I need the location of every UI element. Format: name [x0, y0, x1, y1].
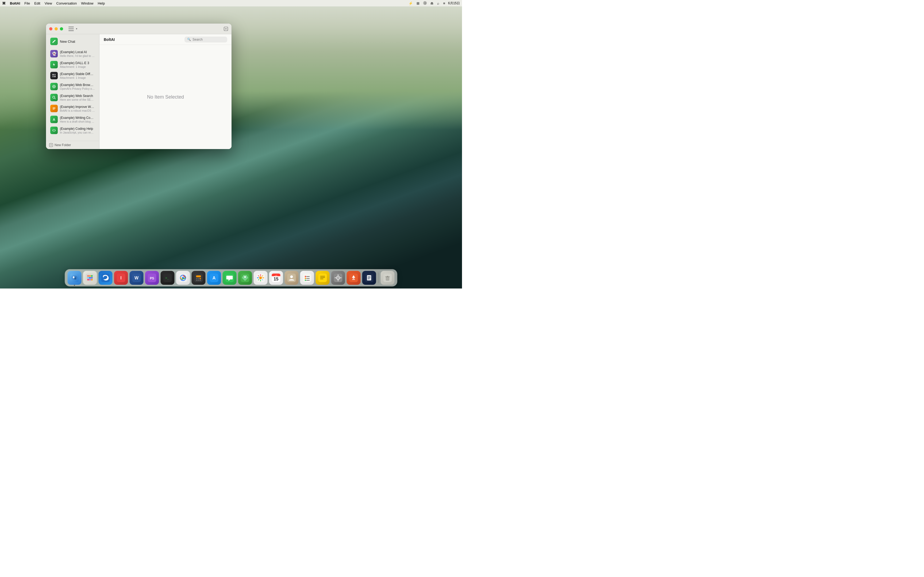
writing-content-text: (Example) Writing Content Here is a draf…: [60, 116, 95, 123]
coding-help-title: (Example) Coding Help: [60, 127, 95, 131]
dock-divider: [378, 272, 379, 283]
sidebar-item-improve-writing[interactable]: (Example) Improve Writing BoltAI is a ro…: [48, 103, 98, 114]
window-titlebar: ▾: [46, 24, 231, 34]
svg-point-26: [89, 277, 91, 279]
dock-phpstorm[interactable]: PS: [145, 271, 159, 285]
dock-reeder[interactable]: [347, 271, 361, 285]
dock-launchpad[interactable]: [83, 271, 97, 285]
sidebar: New Chat 👻 (Example) Local AI Hello ther…: [46, 34, 99, 149]
svg-rect-43: [194, 274, 203, 282]
local-ai-icon: 👻: [50, 50, 58, 57]
svg-point-28: [87, 279, 89, 280]
new-chat-icon-button[interactable]: [223, 26, 228, 31]
desktop: ⌘ BoltAI File Edit View Conversation Win…: [0, 0, 462, 288]
sidebar-item-web-browsing[interactable]: (Example) Web Browsing OpenAI's Privacy …: [48, 81, 98, 92]
file-menu[interactable]: File: [24, 2, 30, 5]
maximize-button[interactable]: [60, 27, 63, 31]
dock-reminders[interactable]: [300, 271, 314, 285]
sidebar-item-dalle3[interactable]: (Example) DALL·E 3 Attachment: 1 Image: [48, 59, 98, 70]
svg-rect-50: [200, 280, 201, 281]
no-item-selected-label: No Item Selected: [99, 45, 231, 149]
app-menu-name[interactable]: BoltAI: [10, 2, 20, 5]
apple-menu[interactable]: ⌘: [2, 2, 6, 5]
svg-point-73: [290, 276, 293, 278]
svg-text:6月: 6月: [275, 275, 277, 276]
sidebar-toggle-button[interactable]: [68, 27, 74, 31]
notification-icon[interactable]: ≡: [442, 2, 446, 5]
svg-point-27: [91, 277, 93, 279]
chevron-down-icon[interactable]: ▾: [76, 27, 77, 30]
stable-diffusion-icon: [50, 72, 58, 79]
svg-rect-44: [196, 276, 201, 277]
sidebar-item-coding-help[interactable]: (Example) Coding Help In JavaScript, you…: [48, 125, 98, 136]
sidebar-item-writing-content[interactable]: A (Example) Writing Content Here is a dr…: [48, 114, 98, 125]
bluetooth-icon[interactable]: Ⓑ: [422, 1, 428, 6]
dock-contacts[interactable]: [285, 271, 299, 285]
web-browsing-subtitle: OpenAI's Privacy Policy outlin...: [60, 87, 95, 90]
dock-messages[interactable]: [223, 271, 237, 285]
local-ai-subtitle: Hello there, I'd be glad to help...: [60, 54, 95, 57]
svg-point-22: [87, 275, 89, 277]
svg-rect-6: [52, 76, 54, 77]
help-menu[interactable]: Help: [98, 2, 105, 5]
dock-word[interactable]: W: [130, 271, 144, 285]
svg-text:W: W: [134, 276, 139, 280]
web-search-text: (Example) Web Search Here are some of th…: [60, 94, 95, 101]
stable-diffusion-text: (Example) Stable Diffusion Attachment: 1…: [60, 72, 95, 79]
search-menubar-icon[interactable]: ⌕: [436, 2, 440, 5]
svg-rect-47: [200, 278, 201, 279]
sidebar-item-web-search[interactable]: (Example) Web Search Here are some of th…: [48, 92, 98, 103]
svg-point-79: [305, 280, 306, 281]
web-browsing-title: (Example) Web Browsing: [60, 83, 95, 87]
new-chat-icon: [50, 38, 58, 45]
coding-help-icon: [50, 127, 58, 134]
sidebar-new-chat[interactable]: New Chat: [48, 35, 98, 47]
edit-menu[interactable]: Edit: [34, 2, 40, 5]
dock-trash[interactable]: [381, 271, 395, 285]
dock-syspref[interactable]: [331, 271, 345, 285]
writing-content-subtitle: Here is a draft short blog post...: [60, 120, 95, 123]
control-center-icon[interactable]: ⊞: [416, 2, 420, 5]
local-ai-title: (Example) Local AI: [60, 50, 95, 54]
close-button[interactable]: [49, 27, 52, 31]
coding-help-subtitle: In JavaScript, you can remove...: [60, 131, 95, 134]
dock-appstore[interactable]: A: [207, 271, 221, 285]
svg-point-24: [91, 275, 93, 277]
svg-point-75: [305, 276, 306, 277]
dock-terminal[interactable]: >_: [161, 271, 174, 285]
improve-writing-text: (Example) Improve Writing BoltAI is a ro…: [60, 105, 95, 112]
dock-edge[interactable]: [99, 271, 113, 285]
new-folder-button[interactable]: + New Folder: [46, 141, 99, 149]
svg-text:>_: >_: [165, 276, 169, 280]
window-menu[interactable]: Window: [81, 2, 93, 5]
svg-point-30: [91, 279, 93, 280]
dock-finder[interactable]: [68, 271, 82, 285]
svg-rect-83: [320, 277, 325, 278]
svg-text:I: I: [120, 276, 121, 280]
dock-chrome[interactable]: [176, 271, 190, 285]
svg-line-12: [55, 98, 56, 99]
search-input[interactable]: [192, 38, 225, 41]
sidebar-list: New Chat 👻 (Example) Local AI Hello ther…: [46, 34, 99, 141]
dock-photos[interactable]: [254, 271, 268, 285]
battery-icon: ⚡: [408, 2, 414, 5]
dock-intellij[interactable]: I: [114, 271, 128, 285]
minimize-button[interactable]: [55, 27, 58, 31]
svg-marker-3: [53, 63, 55, 66]
dalle3-title: (Example) DALL·E 3: [60, 61, 95, 65]
dock-calculator[interactable]: [192, 271, 205, 285]
dock-calendar[interactable]: 15 6月: [269, 271, 283, 285]
sidebar-item-stable-diffusion[interactable]: (Example) Stable Diffusion Attachment: 1…: [48, 70, 98, 81]
wifi-icon[interactable]: ⋒: [430, 2, 434, 5]
improve-writing-icon: [50, 105, 58, 112]
web-search-icon: [50, 94, 58, 101]
conversation-menu[interactable]: Conversation: [57, 2, 77, 5]
dock-pdfpen[interactable]: [362, 271, 376, 285]
sidebar-item-local-ai[interactable]: 👻 (Example) Local AI Hello there, I'd be…: [48, 48, 98, 59]
view-menu[interactable]: View: [45, 2, 52, 5]
dock-maps[interactable]: [238, 271, 252, 285]
svg-rect-5: [54, 74, 56, 75]
search-bar[interactable]: 🔍: [184, 37, 227, 42]
dock-notes[interactable]: [316, 271, 330, 285]
stable-diffusion-title: (Example) Stable Diffusion: [60, 72, 95, 76]
